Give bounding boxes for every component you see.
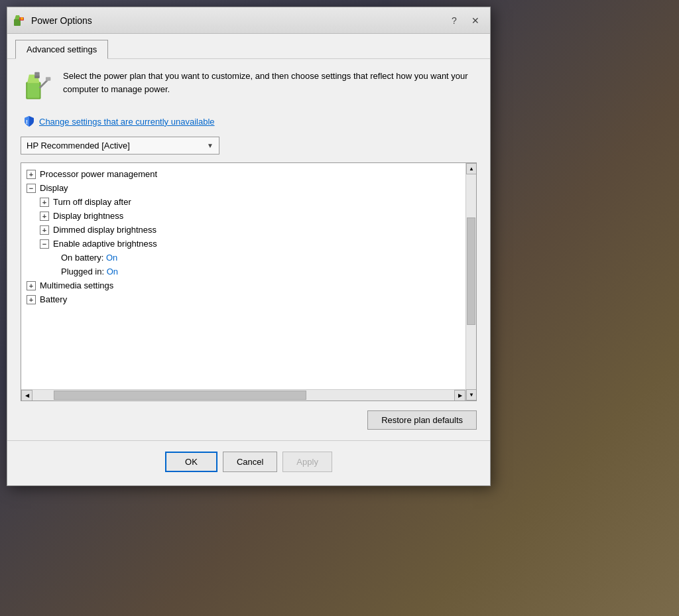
scroll-up-button[interactable]: ▲ <box>466 163 477 174</box>
collapse-icon[interactable]: − <box>40 239 49 249</box>
expand-icon[interactable]: + <box>40 198 49 207</box>
description-text: Select the power plan that you want to c… <box>63 70 477 95</box>
description-area: Select the power plan that you want to c… <box>21 70 477 106</box>
power-icon <box>21 70 54 106</box>
scroll-right-button[interactable]: ▶ <box>454 390 465 401</box>
list-item[interactable]: Plugged in: On <box>21 265 465 278</box>
tree-item-label: Processor power management <box>40 169 157 179</box>
list-item[interactable]: − Enable adaptive brightness <box>21 237 465 251</box>
change-link-text[interactable]: Change settings that are currently unava… <box>39 117 215 127</box>
expand-icon[interactable]: + <box>27 281 36 290</box>
svg-text:!: ! <box>26 119 28 125</box>
list-item[interactable]: + Battery <box>21 292 465 306</box>
tab-area: Advanced settings <box>7 34 490 59</box>
dialog-content: Select the power plan that you want to c… <box>7 59 490 485</box>
tree-item-label: Multimedia settings <box>40 280 113 290</box>
list-item[interactable]: + Display brightness <box>21 209 465 223</box>
list-item[interactable]: On battery: On <box>21 251 465 265</box>
tree-item-label: Plugged in: On <box>61 267 118 277</box>
tab-advanced-settings[interactable]: Advanced settings <box>15 40 108 59</box>
window-title: Power Options <box>31 15 445 26</box>
tree-item-label: Display <box>40 183 68 193</box>
divider <box>7 440 490 441</box>
plan-dropdown[interactable]: HP Recommended [Active] ▼ <box>21 137 219 154</box>
tree-item-label: Turn off display after <box>53 197 131 207</box>
scrollbar-h-thumb[interactable] <box>54 391 307 400</box>
expand-icon[interactable]: + <box>27 170 36 179</box>
restore-plan-defaults-button[interactable]: Restore plan defaults <box>367 410 477 430</box>
tree-item-label: Dimmed display brightness <box>53 225 156 235</box>
dropdown-value: HP Recommended [Active] <box>27 141 130 151</box>
close-button[interactable]: ✕ <box>466 13 485 29</box>
svg-point-3 <box>21 17 23 20</box>
scrollbar-h-track[interactable] <box>32 390 454 400</box>
horizontal-scrollbar[interactable]: ◀ ▶ <box>21 389 465 400</box>
list-item[interactable]: + Turn off display after <box>21 195 465 209</box>
tree-container: + Processor power management − Display +… <box>21 162 477 401</box>
vertical-scrollbar[interactable]: ▲ ▼ <box>465 163 476 400</box>
tree-item-label: On battery: On <box>61 253 117 263</box>
restore-btn-row: Restore plan defaults <box>21 410 477 430</box>
tree-item-label: Battery <box>40 294 67 304</box>
ok-button[interactable]: OK <box>165 452 217 472</box>
tree-item-label: Enable adaptive brightness <box>53 239 157 249</box>
bottom-buttons: OK Cancel Apply <box>21 449 477 475</box>
title-bar-icon <box>13 14 26 27</box>
tree-item-label: Display brightness <box>53 211 123 221</box>
svg-rect-8 <box>34 76 39 78</box>
scrollbar-track[interactable] <box>466 174 476 389</box>
collapse-icon[interactable]: − <box>27 184 36 193</box>
shield-icon: ! <box>23 115 35 127</box>
list-item[interactable]: − Display <box>21 181 465 195</box>
title-bar-controls: ? ✕ <box>445 13 485 29</box>
apply-button[interactable]: Apply <box>282 452 332 472</box>
expand-icon[interactable]: + <box>40 225 49 235</box>
svg-rect-5 <box>27 83 40 97</box>
list-item[interactable]: + Dimmed display brightness <box>21 223 465 237</box>
title-bar: Power Options ? ✕ <box>7 7 490 34</box>
chevron-down-icon: ▼ <box>207 142 214 149</box>
svg-line-9 <box>40 80 48 88</box>
list-item[interactable]: + Multimedia settings <box>21 278 465 292</box>
expand-icon[interactable]: + <box>40 212 49 221</box>
svg-rect-10 <box>46 77 50 81</box>
scroll-down-button[interactable]: ▼ <box>466 389 477 400</box>
list-item[interactable]: + Processor power management <box>21 167 465 181</box>
scroll-left-button[interactable]: ◀ <box>21 390 32 401</box>
scrollbar-thumb[interactable] <box>467 217 475 325</box>
cancel-button[interactable]: Cancel <box>223 452 277 472</box>
dialog-window: Power Options ? ✕ Advanced settings <box>7 7 491 486</box>
help-button[interactable]: ? <box>445 13 463 29</box>
tree-scroll-area[interactable]: + Processor power management − Display +… <box>21 163 476 400</box>
dropdown-row: HP Recommended [Active] ▼ <box>21 137 477 154</box>
on-battery-value: On <box>106 253 117 263</box>
expand-icon[interactable]: + <box>27 295 36 304</box>
plugged-in-value: On <box>107 267 118 277</box>
change-settings-link[interactable]: ! Change settings that are currently una… <box>23 115 477 127</box>
